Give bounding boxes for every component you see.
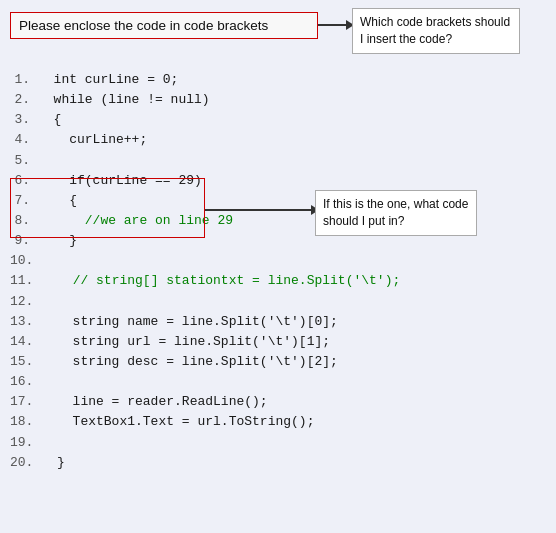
line-content: {: [38, 191, 77, 211]
code-line: 16.: [10, 372, 546, 392]
line-number: 9.: [10, 231, 38, 251]
highlight-arrow: [205, 209, 313, 211]
code-line: 17. line = reader.ReadLine();: [10, 392, 546, 412]
line-content: {: [38, 110, 61, 130]
line-number: 7.: [10, 191, 38, 211]
code-line: 15. string desc = line.Split('\t')[2];: [10, 352, 546, 372]
line-number: 10.: [10, 251, 41, 271]
code-line: 20. }: [10, 453, 546, 473]
line-number: 12.: [10, 292, 41, 312]
code-line: 3. {: [10, 110, 546, 130]
line-number: 19.: [10, 433, 41, 453]
instruction-text: Please enclose the code in code brackets: [19, 18, 268, 33]
code-line: 13. string name = line.Split('\t')[0];: [10, 312, 546, 332]
code-line: 14. string url = line.Split('\t')[1];: [10, 332, 546, 352]
line-number: 15.: [10, 352, 41, 372]
line-number: 1.: [10, 70, 38, 90]
line-number: 2.: [10, 90, 38, 110]
line-content: }: [41, 453, 64, 473]
instruction-box: Please enclose the code in code brackets: [10, 12, 318, 39]
line-number: 16.: [10, 372, 41, 392]
line-number: 3.: [10, 110, 38, 130]
line-number: 14.: [10, 332, 41, 352]
code-line: 12.: [10, 292, 546, 312]
highlight-tooltip: If this is the one, what code should I p…: [315, 190, 477, 236]
line-number: 5.: [10, 151, 38, 171]
line-number: 4.: [10, 130, 38, 150]
code-line: 6. if(curLine == 29): [10, 171, 546, 191]
line-content: line = reader.ReadLine();: [41, 392, 267, 412]
line-number: 20.: [10, 453, 41, 473]
line-content: string desc = line.Split('\t')[2];: [41, 352, 337, 372]
code-area: 1. int curLine = 0;2. while (line != nul…: [10, 70, 546, 523]
code-line: 18. TextBox1.Text = url.ToString();: [10, 412, 546, 432]
code-line: 1. int curLine = 0;: [10, 70, 546, 90]
instruction-arrow: [318, 24, 348, 26]
code-line: 11. // string[] stationtxt = line.Split(…: [10, 271, 546, 291]
line-number: 13.: [10, 312, 41, 332]
line-content: while (line != null): [38, 90, 210, 110]
line-number: 18.: [10, 412, 41, 432]
line-number: 17.: [10, 392, 41, 412]
code-line: 2. while (line != null): [10, 90, 546, 110]
code-line: 5.: [10, 151, 546, 171]
highlight-tooltip-text: If this is the one, what code should I p…: [323, 197, 468, 228]
line-number: 11.: [10, 271, 41, 291]
line-content: if(curLine == 29): [38, 171, 202, 191]
line-content: }: [38, 231, 77, 251]
line-content: // string[] stationtxt = line.Split('\t'…: [41, 271, 400, 291]
code-line: 4. curLine++;: [10, 130, 546, 150]
line-content: int curLine = 0;: [38, 70, 178, 90]
line-content: //we are on line 29: [38, 211, 233, 231]
instruction-tooltip-text: Which code brackets should I insert the …: [360, 15, 510, 46]
code-line: 10.: [10, 251, 546, 271]
line-content: string name = line.Split('\t')[0];: [41, 312, 337, 332]
code-line: 19.: [10, 433, 546, 453]
line-number: 6.: [10, 171, 38, 191]
line-content: TextBox1.Text = url.ToString();: [41, 412, 314, 432]
line-content: string url = line.Split('\t')[1];: [41, 332, 330, 352]
line-content: curLine++;: [38, 130, 147, 150]
line-number: 8.: [10, 211, 38, 231]
instruction-tooltip: Which code brackets should I insert the …: [352, 8, 520, 54]
